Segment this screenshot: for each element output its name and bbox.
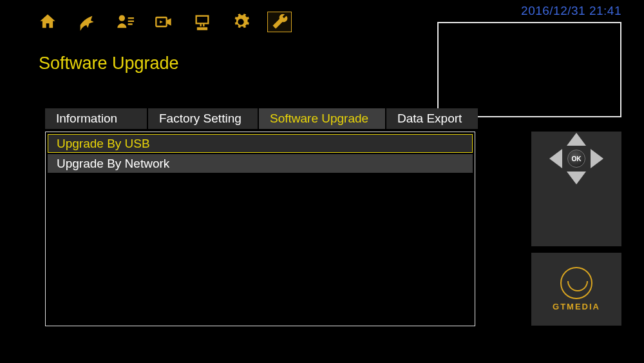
tools-icon[interactable] — [267, 12, 292, 32]
tab-factory-setting[interactable]: Factory Setting — [148, 108, 258, 129]
ok-button-icon: OK — [567, 150, 585, 168]
arrow-down-icon — [567, 172, 586, 184]
preview-window — [437, 22, 621, 117]
arrow-up-icon — [567, 133, 586, 146]
brand-logo-icon — [560, 267, 592, 299]
brand-logo: GTMEDIA — [531, 253, 621, 326]
top-nav — [35, 12, 292, 32]
svg-point-0 — [119, 15, 125, 21]
tab-information[interactable]: Information — [45, 108, 147, 129]
page-title: Software Upgrade — [39, 54, 179, 74]
arrow-right-icon — [591, 149, 603, 168]
brand-name: GTMEDIA — [553, 302, 600, 311]
tab-bar: Information Factory Setting Software Upg… — [45, 108, 478, 129]
user-list-icon[interactable] — [113, 12, 137, 32]
dpad-hint: OK — [531, 132, 621, 246]
arrow-left-icon — [549, 149, 562, 168]
content-panel: Upgrade By USB Upgrade By Network — [45, 132, 475, 326]
list-item-upgrade-usb[interactable]: Upgrade By USB — [48, 134, 473, 153]
list-item-upgrade-network[interactable]: Upgrade By Network — [48, 154, 473, 173]
tab-data-export[interactable]: Data Export — [386, 108, 478, 129]
home-icon[interactable] — [35, 12, 60, 32]
svg-rect-2 — [196, 16, 209, 24]
settings-icon[interactable] — [229, 12, 253, 32]
side-panel: OK GTMEDIA — [531, 132, 621, 326]
tab-software-upgrade[interactable]: Software Upgrade — [259, 108, 385, 129]
datetime-label: 2016/12/31 21:41 — [521, 4, 621, 18]
video-icon[interactable] — [151, 12, 176, 32]
satellite-icon[interactable] — [74, 12, 99, 32]
network-icon[interactable] — [190, 12, 214, 32]
